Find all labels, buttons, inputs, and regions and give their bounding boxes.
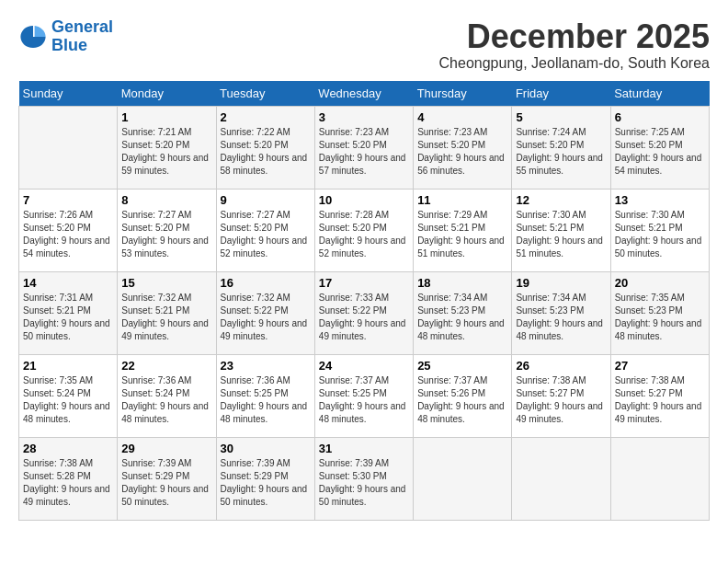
day-info: Sunrise: 7:37 AMSunset: 5:25 PMDaylight:… <box>319 374 409 426</box>
day-info: Sunrise: 7:23 AMSunset: 5:20 PMDaylight:… <box>417 126 507 178</box>
table-row <box>414 437 512 520</box>
day-info: Sunrise: 7:36 AMSunset: 5:24 PMDaylight:… <box>121 374 211 426</box>
day-number: 8 <box>121 193 211 207</box>
day-number: 3 <box>319 110 409 124</box>
day-number: 21 <box>23 359 113 373</box>
day-number: 16 <box>221 276 311 290</box>
day-number: 30 <box>221 442 311 455</box>
table-row: 20Sunrise: 7:35 AMSunset: 5:23 PMDayligh… <box>610 271 709 354</box>
day-info: Sunrise: 7:21 AMSunset: 5:20 PMDaylight:… <box>121 126 211 178</box>
day-info: Sunrise: 7:32 AMSunset: 5:22 PMDaylight:… <box>221 292 311 343</box>
day-info: Sunrise: 7:26 AMSunset: 5:20 PMDaylight:… <box>23 209 113 260</box>
day-info: Sunrise: 7:39 AMSunset: 5:29 PMDaylight:… <box>221 457 311 509</box>
table-row: 3Sunrise: 7:23 AMSunset: 5:20 PMDaylight… <box>314 106 413 189</box>
table-row: 2Sunrise: 7:22 AMSunset: 5:20 PMDaylight… <box>216 106 314 189</box>
table-row: 8Sunrise: 7:27 AMSunset: 5:20 PMDaylight… <box>118 189 216 271</box>
logo-line2: Blue <box>51 36 87 54</box>
day-info: Sunrise: 7:39 AMSunset: 5:30 PMDaylight:… <box>319 457 409 509</box>
day-number: 19 <box>516 276 606 290</box>
day-info: Sunrise: 7:33 AMSunset: 5:22 PMDaylight:… <box>319 292 409 343</box>
table-row <box>19 106 118 189</box>
day-info: Sunrise: 7:38 AMSunset: 5:27 PMDaylight:… <box>516 374 606 426</box>
day-number: 18 <box>417 276 507 290</box>
day-number: 4 <box>417 110 507 124</box>
table-row: 9Sunrise: 7:27 AMSunset: 5:20 PMDaylight… <box>216 189 314 271</box>
table-row: 12Sunrise: 7:30 AMSunset: 5:21 PMDayligh… <box>512 189 610 271</box>
table-row: 11Sunrise: 7:29 AMSunset: 5:21 PMDayligh… <box>414 189 512 271</box>
table-row: 19Sunrise: 7:34 AMSunset: 5:23 PMDayligh… <box>512 271 610 354</box>
day-info: Sunrise: 7:25 AMSunset: 5:20 PMDaylight:… <box>615 126 705 178</box>
table-row: 27Sunrise: 7:38 AMSunset: 5:27 PMDayligh… <box>610 354 709 437</box>
logo-text: General Blue <box>51 18 113 55</box>
table-row: 1Sunrise: 7:21 AMSunset: 5:20 PMDaylight… <box>118 106 216 189</box>
day-number: 27 <box>615 359 705 373</box>
table-row: 22Sunrise: 7:36 AMSunset: 5:24 PMDayligh… <box>118 354 216 437</box>
day-info: Sunrise: 7:30 AMSunset: 5:21 PMDaylight:… <box>516 209 606 260</box>
day-number: 28 <box>23 442 113 455</box>
day-info: Sunrise: 7:35 AMSunset: 5:23 PMDaylight:… <box>615 292 705 343</box>
day-number: 6 <box>615 110 705 124</box>
day-info: Sunrise: 7:36 AMSunset: 5:25 PMDaylight:… <box>221 374 311 426</box>
table-row: 13Sunrise: 7:30 AMSunset: 5:21 PMDayligh… <box>610 189 709 271</box>
table-row: 4Sunrise: 7:23 AMSunset: 5:20 PMDaylight… <box>414 106 512 189</box>
day-info: Sunrise: 7:27 AMSunset: 5:20 PMDaylight:… <box>121 209 211 260</box>
day-number: 11 <box>417 193 507 207</box>
day-number: 24 <box>319 359 409 373</box>
day-info: Sunrise: 7:29 AMSunset: 5:21 PMDaylight:… <box>417 209 507 260</box>
table-row <box>512 437 610 520</box>
table-row: 31Sunrise: 7:39 AMSunset: 5:30 PMDayligh… <box>314 437 413 520</box>
table-row: 17Sunrise: 7:33 AMSunset: 5:22 PMDayligh… <box>314 271 413 354</box>
calendar-table: Sunday Monday Tuesday Wednesday Thursday… <box>18 81 710 521</box>
table-row: 5Sunrise: 7:24 AMSunset: 5:20 PMDaylight… <box>512 106 610 189</box>
day-number: 1 <box>121 110 211 124</box>
table-row: 28Sunrise: 7:38 AMSunset: 5:28 PMDayligh… <box>19 437 118 520</box>
day-info: Sunrise: 7:30 AMSunset: 5:21 PMDaylight:… <box>615 209 705 260</box>
table-row: 30Sunrise: 7:39 AMSunset: 5:29 PMDayligh… <box>216 437 314 520</box>
header-thursday: Thursday <box>414 81 512 107</box>
day-info: Sunrise: 7:34 AMSunset: 5:23 PMDaylight:… <box>417 292 507 343</box>
day-info: Sunrise: 7:23 AMSunset: 5:20 PMDaylight:… <box>319 126 409 178</box>
header-monday: Monday <box>118 81 216 107</box>
day-number: 31 <box>319 442 409 455</box>
day-number: 15 <box>121 276 211 290</box>
day-info: Sunrise: 7:39 AMSunset: 5:29 PMDaylight:… <box>121 457 211 509</box>
day-info: Sunrise: 7:34 AMSunset: 5:23 PMDaylight:… <box>516 292 606 343</box>
day-number: 7 <box>23 193 113 207</box>
header-sunday: Sunday <box>19 81 118 107</box>
logo: General Blue <box>18 18 113 55</box>
table-row <box>610 437 709 520</box>
month-title: December 2025 <box>439 18 710 55</box>
day-number: 23 <box>221 359 311 373</box>
day-info: Sunrise: 7:24 AMSunset: 5:20 PMDaylight:… <box>516 126 606 178</box>
day-number: 9 <box>221 193 311 207</box>
logo-icon <box>18 22 48 52</box>
day-info: Sunrise: 7:32 AMSunset: 5:21 PMDaylight:… <box>121 292 211 343</box>
logo-line1: General <box>51 17 113 36</box>
day-number: 14 <box>23 276 113 290</box>
table-row: 18Sunrise: 7:34 AMSunset: 5:23 PMDayligh… <box>414 271 512 354</box>
header-wednesday: Wednesday <box>314 81 413 107</box>
day-info: Sunrise: 7:37 AMSunset: 5:26 PMDaylight:… <box>417 374 507 426</box>
table-row: 10Sunrise: 7:28 AMSunset: 5:20 PMDayligh… <box>314 189 413 271</box>
day-number: 29 <box>121 442 211 455</box>
table-row: 21Sunrise: 7:35 AMSunset: 5:24 PMDayligh… <box>19 354 118 437</box>
day-info: Sunrise: 7:38 AMSunset: 5:27 PMDaylight:… <box>615 374 705 426</box>
title-block: December 2025 Cheongpung, Jeollanam-do, … <box>439 18 710 72</box>
location: Cheongpung, Jeollanam-do, South Korea <box>439 55 710 72</box>
table-row: 23Sunrise: 7:36 AMSunset: 5:25 PMDayligh… <box>216 354 314 437</box>
table-row: 6Sunrise: 7:25 AMSunset: 5:20 PMDaylight… <box>610 106 709 189</box>
day-info: Sunrise: 7:27 AMSunset: 5:20 PMDaylight:… <box>221 209 311 260</box>
page-header: General Blue December 2025 Cheongpung, J… <box>18 18 710 72</box>
table-row: 16Sunrise: 7:32 AMSunset: 5:22 PMDayligh… <box>216 271 314 354</box>
day-number: 5 <box>516 110 606 124</box>
day-number: 2 <box>221 110 311 124</box>
day-number: 26 <box>516 359 606 373</box>
day-number: 25 <box>417 359 507 373</box>
table-row: 14Sunrise: 7:31 AMSunset: 5:21 PMDayligh… <box>19 271 118 354</box>
day-number: 22 <box>121 359 211 373</box>
day-number: 20 <box>615 276 705 290</box>
table-row: 7Sunrise: 7:26 AMSunset: 5:20 PMDaylight… <box>19 189 118 271</box>
header-friday: Friday <box>512 81 610 107</box>
day-info: Sunrise: 7:35 AMSunset: 5:24 PMDaylight:… <box>23 374 113 426</box>
calendar-body: 1Sunrise: 7:21 AMSunset: 5:20 PMDaylight… <box>19 106 710 520</box>
